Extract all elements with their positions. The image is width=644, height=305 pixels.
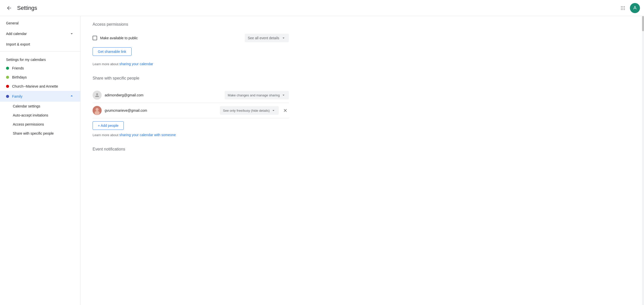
birthdays-dot <box>6 76 9 79</box>
sidebar-sub-auto-accept[interactable]: Auto-accept invitations <box>0 111 80 120</box>
sidebar-cal-settings-label: Calendar settings <box>13 104 40 108</box>
access-permissions-title: Access permissions <box>93 22 289 29</box>
sidebar-church-label: Church--Marieve and Annette <box>12 84 58 88</box>
add-people-button[interactable]: + Add people <box>93 121 124 130</box>
sidebar-add-calendar-label: Add calendar <box>6 32 27 36</box>
share-with-people-section: Share with specific people adimondwrg@gm… <box>93 76 289 137</box>
svg-point-6 <box>621 9 622 10</box>
sidebar-divider <box>0 51 80 52</box>
person-1-permission-chevron-icon <box>281 93 286 97</box>
access-learn-more-text: Learn more about <box>93 62 119 66</box>
svg-point-7 <box>623 9 623 10</box>
main-content: Access permissions Make available to pub… <box>80 16 644 305</box>
svg-point-3 <box>621 8 622 8</box>
share-with-people-title: Share with specific people <box>93 76 289 83</box>
sidebar-item-friends[interactable]: Friends <box>0 64 80 73</box>
friends-dot <box>6 67 9 70</box>
event-details-label: See all event details <box>248 36 279 40</box>
svg-point-5 <box>624 8 625 8</box>
person-2-avatar <box>93 106 102 115</box>
sidebar-item-add-calendar[interactable]: Add calendar <box>0 28 80 39</box>
sidebar-birthdays-label: Birthdays <box>12 75 27 79</box>
shareable-link-label: Get shareable link <box>98 50 126 54</box>
person-2-avatar-svg <box>93 106 102 115</box>
share-row-1: adimondwrg@gmail.com Make changes and ma… <box>93 88 289 103</box>
sidebar: General Add calendar Import & export Set… <box>0 16 80 305</box>
sidebar-auto-accept-label: Auto-accept invitations <box>13 113 48 117</box>
share-learn-more-text: Learn more about <box>93 133 119 137</box>
church-dot <box>6 85 9 88</box>
make-public-checkbox[interactable] <box>93 36 97 40</box>
back-button[interactable] <box>4 3 14 13</box>
access-permissions-section: Access permissions Make available to pub… <box>93 22 289 66</box>
share-learn-more: Learn more about sharing your calendar w… <box>93 133 289 137</box>
page-title: Settings <box>17 5 37 11</box>
person-2-permission-chevron-icon <box>271 108 276 113</box>
sidebar-item-birthdays[interactable]: Birthdays <box>0 73 80 82</box>
sidebar-share-specific-label: Share with specific people <box>13 131 54 135</box>
family-dot <box>6 95 9 98</box>
sidebar-item-family[interactable]: Family <box>0 91 80 102</box>
generic-user-icon <box>94 92 100 98</box>
family-chevron-up-icon <box>69 93 74 99</box>
sidebar-sub-share-specific[interactable]: Share with specific people <box>0 129 80 138</box>
person-2-permission-dropdown[interactable]: See only free/busy (hide details) <box>220 106 279 115</box>
main-scrollbar <box>642 16 644 305</box>
apps-grid-icon <box>620 5 626 11</box>
sidebar-import-export-label: Import & export <box>6 42 30 46</box>
person-2-remove-button[interactable] <box>282 107 289 114</box>
back-arrow-icon <box>6 5 12 11</box>
sidebar-item-church[interactable]: Church--Marieve and Annette <box>0 82 80 91</box>
sidebar-sub-calendar-settings[interactable]: Calendar settings <box>0 102 80 111</box>
sidebar-item-general[interactable]: General <box>0 18 80 28</box>
sidebar-access-permissions-label: Access permissions <box>13 122 44 126</box>
person-1-email: adimondwrg@gmail.com <box>105 93 222 97</box>
svg-point-8 <box>624 9 625 10</box>
sidebar-general-label: General <box>6 21 19 25</box>
main-scrollbar-thumb <box>642 16 644 31</box>
access-learn-more-link[interactable]: sharing your calendar <box>119 62 153 66</box>
share-learn-more-link[interactable]: sharing your calendar with someone <box>119 133 176 137</box>
make-public-label: Make available to public <box>100 36 138 40</box>
svg-point-2 <box>624 6 625 7</box>
svg-point-4 <box>623 8 623 8</box>
get-shareable-link-button[interactable]: Get shareable link <box>93 47 132 56</box>
svg-point-11 <box>95 111 100 115</box>
main-layout: General Add calendar Import & export Set… <box>0 16 644 305</box>
chevron-down-icon <box>69 31 74 36</box>
access-learn-more: Learn more about sharing your calendar <box>93 62 289 66</box>
apps-button[interactable] <box>618 3 628 13</box>
sidebar-family-label: Family <box>12 94 22 98</box>
svg-point-1 <box>623 6 623 7</box>
svg-point-10 <box>96 108 99 111</box>
add-people-label: + Add people <box>98 124 118 128</box>
header-right: A <box>618 3 640 13</box>
event-notifications-title: Event notifications <box>93 147 289 154</box>
event-notifications-section: Event notifications <box>93 147 289 154</box>
person-2-permission-label: See only free/busy (hide details) <box>223 109 270 112</box>
sidebar-sub-access-permissions[interactable]: Access permissions <box>0 120 80 129</box>
header-left: Settings <box>4 3 37 13</box>
person-2-email: gvumcmarieve@gmail.com <box>105 108 217 112</box>
sidebar-friends-label: Friends <box>12 66 24 70</box>
event-details-chevron-icon <box>281 36 286 40</box>
header: Settings A <box>0 0 644 16</box>
user-avatar-button[interactable]: A <box>630 3 640 13</box>
sidebar-item-import-export[interactable]: Import & export <box>0 39 80 49</box>
person-1-avatar <box>93 91 102 100</box>
make-public-row: Make available to public See all event d… <box>93 34 289 42</box>
person-1-permission-dropdown[interactable]: Make changes and manage sharing <box>225 91 289 99</box>
event-details-dropdown[interactable]: See all event details <box>245 34 289 42</box>
close-icon <box>283 108 288 113</box>
svg-point-0 <box>621 6 622 7</box>
sidebar-my-calendars-title: Settings for my calendars <box>0 54 80 64</box>
share-row-2: gvumcmarieve@gmail.com See only free/bus… <box>93 103 289 118</box>
person-1-permission-label: Make changes and manage sharing <box>228 93 280 97</box>
